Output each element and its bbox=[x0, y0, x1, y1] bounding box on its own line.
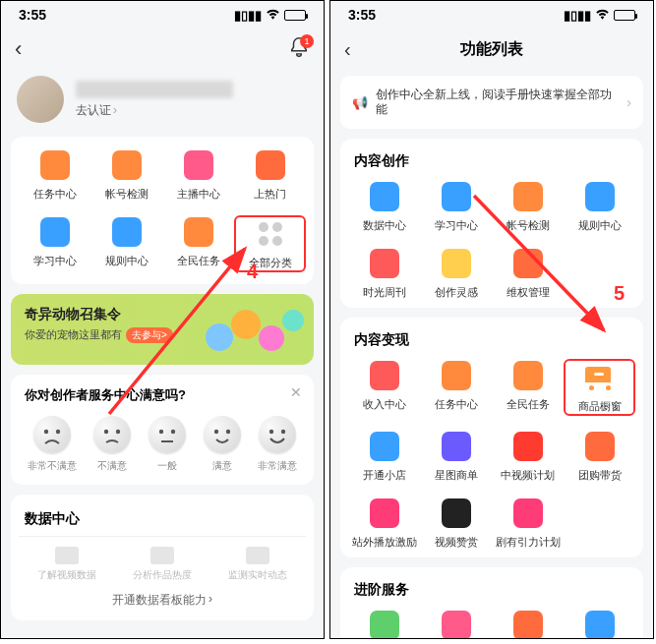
feature-icon bbox=[368, 247, 401, 280]
feature-站外播放激励[interactable]: 站外播放激励 bbox=[348, 497, 420, 550]
back-icon[interactable]: ‹ bbox=[15, 36, 22, 62]
battery-icon bbox=[614, 10, 635, 21]
face-label: 不满意 bbox=[97, 459, 127, 473]
data-col-icon bbox=[55, 547, 79, 564]
profile-row[interactable]: 去认证› bbox=[1, 70, 324, 137]
svg-point-4 bbox=[159, 430, 163, 434]
signal-icon: ▮▯▮▮ bbox=[564, 8, 591, 23]
svg-point-10 bbox=[281, 430, 285, 434]
svg-point-0 bbox=[44, 430, 48, 434]
feature-label: 全民任务 bbox=[507, 397, 550, 412]
wifi-icon bbox=[595, 7, 610, 23]
svg-point-9 bbox=[269, 430, 273, 434]
page-title: 功能列表 bbox=[460, 39, 523, 60]
feature-剧有引力计划[interactable]: 剧有引力计划 bbox=[492, 497, 564, 550]
feature-团购带货[interactable]: 团购带货 bbox=[564, 430, 635, 483]
feature-label: 时光周刊 bbox=[363, 285, 406, 300]
annotation-arrow-4 bbox=[89, 227, 267, 424]
face-option[interactable]: 一般 bbox=[149, 416, 186, 473]
service-icon bbox=[38, 148, 72, 182]
svg-line-12 bbox=[474, 196, 604, 330]
service-任务中心[interactable]: 任务中心 bbox=[19, 148, 90, 202]
service-学习中心[interactable]: 学习中心 bbox=[19, 215, 90, 272]
feature-官方认证[interactable]: 官方认证 bbox=[564, 609, 635, 639]
username-blur bbox=[76, 81, 233, 98]
face-option[interactable]: 非常满意 bbox=[258, 416, 297, 473]
service-label: 任务中心 bbox=[33, 187, 77, 202]
open-dashboard-link[interactable]: 开通数据看板能力› bbox=[19, 582, 306, 609]
data-col-label: 分析作品热度 bbox=[133, 568, 192, 582]
status-time: 3:55 bbox=[348, 7, 376, 23]
status-icons: ▮▯▮▮ bbox=[564, 7, 635, 23]
feature-成长中心[interactable]: 成长中心 bbox=[348, 609, 420, 639]
feature-label: 任务中心 bbox=[435, 397, 478, 412]
title-bar: ‹ 功能列表 bbox=[330, 29, 653, 70]
data-col[interactable]: 分析作品热度 bbox=[133, 547, 192, 582]
data-col-icon bbox=[246, 547, 269, 564]
status-bar: 3:55 ▮▯▮▮ bbox=[1, 1, 324, 29]
feature-商品橱窗[interactable]: 商品橱窗 bbox=[564, 359, 635, 416]
svg-point-3 bbox=[116, 430, 120, 434]
service-icon bbox=[110, 148, 144, 182]
status-time: 3:55 bbox=[19, 7, 46, 23]
data-col-label: 监测实时动态 bbox=[228, 568, 287, 582]
feature-全民任务[interactable]: 全民任务 bbox=[492, 359, 564, 416]
service-上热门[interactable]: 上热门 bbox=[234, 148, 306, 202]
feature-上热门[interactable]: 上热门 bbox=[492, 609, 564, 639]
chevron-right-icon: › bbox=[626, 94, 631, 110]
face-label: 非常不满意 bbox=[28, 459, 77, 473]
data-col[interactable]: 了解视频数据 bbox=[37, 547, 96, 582]
back-icon[interactable]: ‹ bbox=[344, 38, 351, 61]
feature-数据中心[interactable]: 数据中心 bbox=[348, 180, 420, 233]
status-bar: 3:55 ▮▯▮▮ bbox=[330, 1, 653, 29]
chevron-right-icon: › bbox=[113, 103, 117, 117]
phone-right: 3:55 ▮▯▮▮ ‹ 功能列表 📢 创作中心全新上线，阅读手册快速掌握全部功能… bbox=[329, 0, 654, 639]
avatar[interactable] bbox=[17, 76, 64, 123]
service-label: 学习中心 bbox=[33, 254, 77, 268]
service-主播中心[interactable]: 主播中心 bbox=[162, 148, 234, 202]
service-icon bbox=[182, 148, 215, 182]
annotation-arrow-5 bbox=[466, 188, 633, 355]
svg-line-11 bbox=[109, 249, 245, 414]
feature-label: 中视频计划 bbox=[501, 468, 555, 483]
megaphone-icon: 📢 bbox=[352, 95, 368, 110]
feature-主播中心[interactable]: 主播中心 bbox=[420, 609, 492, 639]
notification-bell[interactable]: 1 bbox=[288, 36, 310, 63]
feature-收入中心[interactable]: 收入中心 bbox=[348, 359, 420, 416]
header-row: ‹ 1 bbox=[1, 29, 324, 70]
feature-视频赞赏[interactable]: 视频赞赏 bbox=[420, 497, 492, 550]
face-option[interactable]: 满意 bbox=[204, 416, 241, 473]
feature-icon bbox=[368, 180, 401, 213]
status-icons: ▮▯▮▮ bbox=[234, 7, 306, 23]
service-label: 上热门 bbox=[254, 187, 286, 202]
feature-label: 收入中心 bbox=[363, 397, 406, 412]
face-option[interactable]: 非常不满意 bbox=[28, 416, 77, 473]
face-option[interactable]: 不满意 bbox=[93, 416, 131, 473]
feature-label: 商品橱窗 bbox=[578, 399, 622, 414]
chevron-right-icon: › bbox=[209, 592, 212, 609]
close-icon[interactable]: ✕ bbox=[290, 384, 302, 400]
feature-中视频计划[interactable]: 中视频计划 bbox=[492, 430, 564, 483]
svg-point-1 bbox=[56, 430, 60, 434]
feature-icon bbox=[511, 430, 545, 463]
announcement-text: 创作中心全新上线，阅读手册快速掌握全部功能 bbox=[376, 88, 619, 117]
feature-时光周刊[interactable]: 时光周刊 bbox=[348, 247, 420, 300]
feature-开通小店[interactable]: 开通小店 bbox=[348, 430, 420, 483]
feature-icon bbox=[368, 497, 401, 530]
announcement-bar[interactable]: 📢 创作中心全新上线，阅读手册快速掌握全部功能 › bbox=[340, 76, 643, 129]
feature-任务中心[interactable]: 任务中心 bbox=[420, 359, 492, 416]
cart-icon bbox=[585, 365, 615, 390]
service-label: 帐号检测 bbox=[105, 187, 149, 202]
feature-星图商单[interactable]: 星图商单 bbox=[420, 430, 492, 483]
service-帐号检测[interactable]: 帐号检测 bbox=[90, 148, 162, 202]
data-col-icon bbox=[150, 547, 174, 564]
face-label: 满意 bbox=[212, 459, 232, 473]
section-heading: 内容创作 bbox=[348, 150, 635, 180]
svg-point-2 bbox=[104, 430, 108, 434]
svg-point-7 bbox=[213, 430, 217, 434]
feature-label: 开通小店 bbox=[363, 468, 406, 483]
feature-icon bbox=[583, 430, 617, 463]
data-col[interactable]: 监测实时动态 bbox=[228, 547, 287, 582]
verify-link[interactable]: 去认证› bbox=[76, 102, 233, 119]
face-label: 非常满意 bbox=[258, 459, 297, 473]
